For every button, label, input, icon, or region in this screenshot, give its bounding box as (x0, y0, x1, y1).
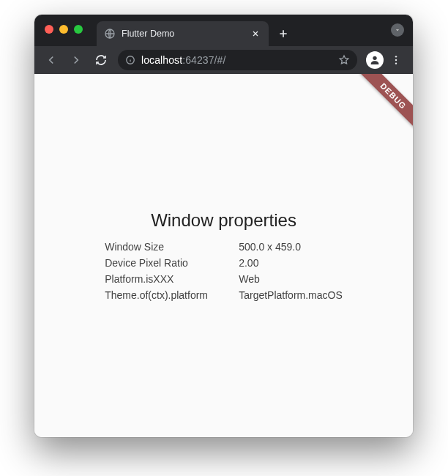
toolbar-right (366, 49, 407, 71)
page-heading: Window properties (151, 210, 296, 231)
svg-point-5 (395, 62, 397, 64)
svg-point-4 (395, 59, 397, 61)
property-value: 500.0 x 459.0 (239, 241, 343, 253)
minimize-window-button[interactable] (59, 25, 68, 34)
property-label: Theme.of(ctx).platform (105, 289, 233, 301)
property-value: 2.00 (239, 257, 343, 269)
forward-button[interactable] (65, 49, 87, 71)
menu-button[interactable] (385, 49, 407, 71)
profile-button[interactable] (366, 51, 384, 69)
debug-banner: DEBUG (351, 74, 413, 138)
toolbar: localhost:64237/#/ (34, 46, 413, 74)
window-controls (45, 25, 83, 34)
reload-button[interactable] (90, 49, 112, 71)
property-value: Web (239, 273, 343, 285)
titlebar-right (391, 23, 404, 37)
browser-window: Flutter Demo (34, 15, 413, 437)
tab-title: Flutter Demo (122, 29, 250, 39)
address-bar[interactable]: localhost:64237/#/ (118, 50, 357, 70)
url-path: :64237/#/ (182, 54, 225, 66)
viewport: DEBUG Window properties Window Size500.0… (34, 74, 413, 437)
properties-table: Window Size500.0 x 459.0Device Pixel Rat… (105, 241, 343, 301)
site-info-icon[interactable] (125, 55, 135, 65)
maximize-window-button[interactable] (74, 25, 83, 34)
property-label: Window Size (105, 241, 233, 253)
close-window-button[interactable] (45, 25, 53, 34)
url-text: localhost:64237/#/ (141, 54, 332, 66)
titlebar: Flutter Demo (34, 15, 413, 46)
property-value: TargetPlatform.macOS (239, 289, 343, 301)
svg-point-3 (395, 56, 397, 57)
new-tab-button[interactable] (273, 23, 294, 44)
page-content: Window properties Window Size500.0 x 459… (34, 210, 413, 301)
close-tab-button[interactable] (250, 28, 261, 40)
bookmark-button[interactable] (338, 54, 350, 66)
back-button[interactable] (40, 49, 62, 71)
url-host: localhost (141, 54, 182, 66)
browser-tab[interactable]: Flutter Demo (97, 21, 269, 46)
property-label: Device Pixel Ratio (105, 257, 233, 269)
tab-search-button[interactable] (391, 23, 404, 37)
property-label: Platform.isXXX (105, 273, 233, 285)
globe-icon (104, 28, 116, 40)
svg-point-2 (373, 56, 376, 60)
